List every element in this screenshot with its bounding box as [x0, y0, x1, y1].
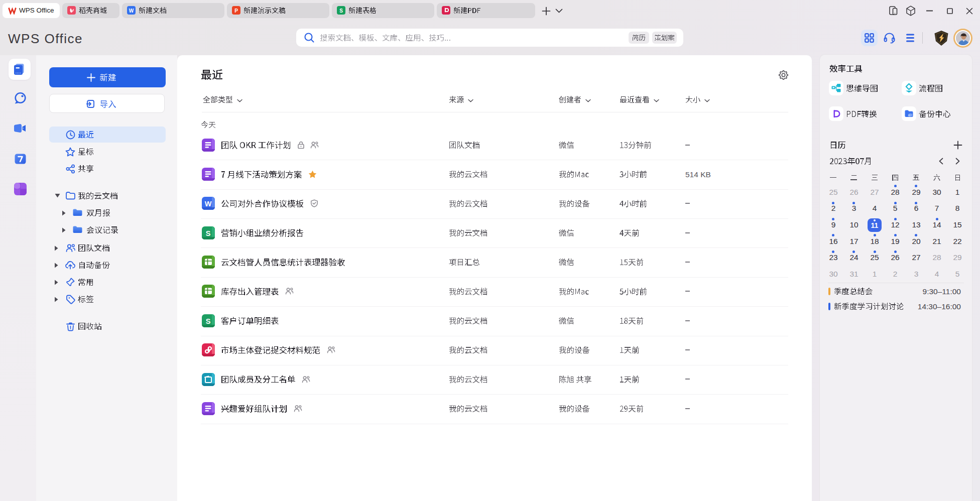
svg-text:S: S [206, 229, 211, 237]
svg-text:W: W [129, 8, 134, 14]
svg-text:S: S [206, 317, 211, 325]
svg-text:P: P [234, 8, 238, 14]
svg-text:W: W [205, 200, 212, 208]
svg-text:S: S [339, 8, 343, 14]
